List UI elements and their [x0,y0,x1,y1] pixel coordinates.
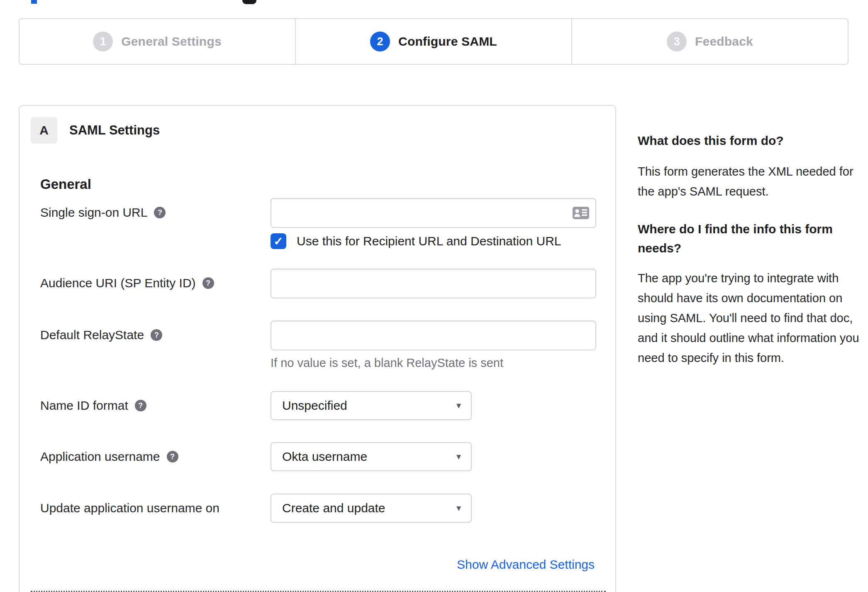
recipient-destination-checkbox-row[interactable]: ✓ Use this for Recipient URL and Destina… [271,233,561,249]
recipient-destination-checkbox-label: Use this for Recipient URL and Destinati… [297,234,561,248]
update-username-label: Update application username on [40,501,219,515]
relay-state-row: Default RelayState ? If no value is set,… [20,320,615,370]
update-username-row: Update application username on Create an… [20,494,615,524]
relay-state-label-wrap: Default RelayState ? [40,320,260,350]
audience-uri-row: Audience URI (SP Entity ID) ? [20,269,615,298]
step-2-label: Configure SAML [398,34,497,49]
relay-state-input[interactable] [271,320,596,350]
step-1-label: General Settings [121,34,222,49]
application-username-label: Application username [40,450,160,464]
clipped-top-element-blue [31,0,37,4]
panel-title: SAML Settings [69,117,160,144]
general-section-title: General [40,176,91,192]
relay-state-label: Default RelayState [40,328,144,342]
update-username-select[interactable]: Create and update ▾ [271,494,472,523]
step-3-number-badge: 3 [667,32,687,51]
contact-card-icon[interactable] [572,206,590,220]
help-icon[interactable]: ? [151,329,162,341]
step-1-number-badge: 1 [93,32,113,51]
clipped-top-element-dark [242,0,256,4]
name-id-format-label-wrap: Name ID format ? [40,391,260,420]
help-sidebar: What does this form do? This form genera… [638,131,864,368]
dropdown-arrow-icon: ▾ [456,443,461,470]
audience-uri-label: Audience URI (SP Entity ID) [40,276,196,290]
step-configure-saml[interactable]: 2 Configure SAML [295,19,571,64]
section-a-badge: A [31,117,57,144]
step-2-number-badge: 2 [370,32,390,51]
step-general-settings[interactable]: 1 General Settings [20,19,295,64]
sso-url-input[interactable] [271,198,596,228]
name-id-format-label: Name ID format [40,399,128,413]
wizard-stepper: 1 General Settings 2 Configure SAML 3 Fe… [19,18,848,65]
name-id-format-select[interactable]: Unspecified ▾ [271,391,472,420]
help-heading-what: What does this form do? [638,131,864,150]
sso-url-label: Single sign-on URL [40,205,147,220]
help-heading-where: Where do I find the info this form needs… [638,220,864,258]
application-username-value: Okta username [271,450,367,464]
saml-settings-panel: A SAML Settings General Single sign-on U… [19,105,616,592]
help-paragraph-where: The app you're trying to integrate with … [638,268,864,368]
configure-saml-page: 1 General Settings 2 Configure SAML 3 Fe… [0,0,868,592]
help-icon[interactable]: ? [135,400,146,411]
show-advanced-settings-link[interactable]: Show Advanced Settings [457,558,595,572]
relay-state-hint: If no value is set, a blank RelayState i… [271,356,503,370]
audience-uri-label-wrap: Audience URI (SP Entity ID) ? [40,269,260,298]
dropdown-arrow-icon: ▾ [456,392,461,419]
help-icon[interactable]: ? [167,451,178,462]
sso-url-row: Single sign-on URL ? [20,198,615,228]
sso-url-label-wrap: Single sign-on URL ? [40,198,260,227]
name-id-format-value: Unspecified [271,399,347,413]
application-username-select[interactable]: Okta username ▾ [271,442,472,471]
step-3-label: Feedback [695,34,753,49]
update-username-label-wrap: Update application username on [40,494,260,523]
help-icon[interactable]: ? [202,277,214,289]
help-paragraph-what: This form generates the XML needed for t… [638,161,864,201]
name-id-format-row: Name ID format ? Unspecified ▾ [20,391,615,421]
application-username-label-wrap: Application username ? [40,442,260,471]
step-feedback[interactable]: 3 Feedback [571,19,848,64]
update-username-value: Create and update [271,501,385,515]
help-icon[interactable]: ? [154,207,166,218]
checkbox-checked-icon[interactable]: ✓ [271,233,286,249]
dropdown-arrow-icon: ▾ [456,494,461,522]
application-username-row: Application username ? Okta username ▾ [20,442,615,472]
audience-uri-input[interactable] [271,269,596,298]
